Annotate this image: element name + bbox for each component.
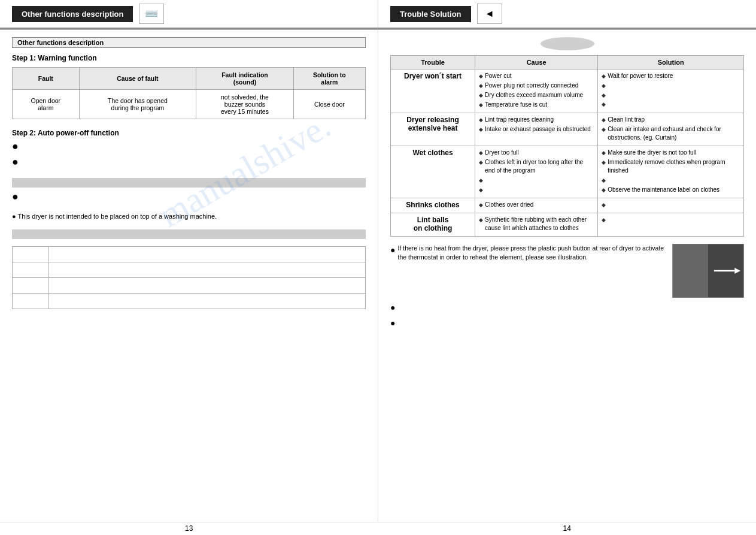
page-num-right: 14 [378,522,757,535]
cause-header: Cause [475,56,598,69]
arrow-icon: ◄ [477,4,502,24]
page-numbers: 13 14 [0,522,756,535]
trouble-row-3: Wet clothes ◆Dryer too full ◆Clothes lef… [391,146,744,198]
bottom-cell-right-1 [48,247,366,262]
solution-cell-5: ◆ [598,213,744,236]
cause-cell-3: ◆Dryer too full ◆Clothes left in dryer t… [475,146,598,198]
bullet-item-3: ● [12,192,366,202]
bottom-cell-left-1 [13,247,48,262]
step1-title: Step 1: Warning function [12,54,366,62]
page-header: Other functions description ⌨️ Trouble S… [0,0,756,29]
fault-table: Fault Cause of fault Fault indication(so… [12,67,366,119]
solution-cell-2: ◆Clean lint trap ◆Clean air intake and e… [598,113,744,146]
bullet-dot-2: ● [12,156,19,167]
washing-note: ● This dryer is not intended to be place… [12,213,366,220]
bottom-cell-left-3 [13,278,48,294]
trouble-table: Trouble Cause Solution Dryer won´t start… [390,55,744,237]
svg-rect-1 [673,244,708,297]
bullet-item-2: ● [12,158,366,167]
right-page: Trouble Cause Solution Dryer won´t start… [378,30,756,522]
cause-cell-5: ◆Synthetic fibre rubbing with each other… [475,213,598,236]
trouble-header: Trouble [391,56,475,69]
table-row: Open dooralarm The door has openedduring… [13,90,366,119]
bottom-cell-right-4 [48,294,366,309]
oval-shape [541,37,594,50]
bottom-table-row-2 [13,262,366,278]
solution-header: Solution [598,56,744,69]
cause-col-header: Cause of fault [79,68,196,90]
bottom-table-row-4 [13,294,366,309]
cause-cell-2: ◆Lint trap requires cleaning ◆Intake or … [475,113,598,146]
main-content: Other functions description Step 1: Warn… [0,30,756,522]
bottom-cell-right-2 [48,262,366,278]
bottom-cell-right-3 [48,278,366,294]
solution-cell-4: ◆ [598,198,744,213]
header-right: Trouble Solution ◄ [378,0,756,28]
bottom-table [12,246,366,309]
step2-title: Step 2: Auto power-off function [12,129,366,137]
section-label: Other functions description [12,37,366,48]
bottom-table-row-3 [13,278,366,294]
bottom-table-row-1 [13,247,366,262]
solution-cell-1: ◆Wait for power to restore ◆ ◆ ◆ [598,69,744,113]
trouble-cell-2: Dryer releasingextensive heat [391,113,475,146]
trouble-cell-4: Shrinks clothes [391,198,475,213]
bottom-cell-left-2 [13,262,48,278]
right-header-title: Trouble Solution [390,6,471,22]
heat-note-text: If there is no heat from the dryer, plea… [397,244,666,263]
solution-col-header: Solution toalarm [293,68,365,90]
trouble-row-2: Dryer releasingextensive heat ◆Lint trap… [391,113,744,146]
trouble-row-4: Shrinks clothes ◆Clothes over dried ◆ [391,198,744,213]
dryer-image [672,244,744,298]
right-bullet-1: ● [390,303,744,312]
trouble-row-1: Dryer won´t start ◆Power cut ◆Power plug… [391,69,744,113]
trouble-cell-1: Dryer won´t start [391,69,475,113]
keyboard-icon: ⌨️ [139,4,164,24]
cause-cell: The door has openedduring the program [79,90,196,119]
bottom-cell-left-4 [13,294,48,309]
page-num-left: 13 [0,522,378,535]
solution-cell: Close door [293,90,365,119]
bullet-item-1: ● [12,142,366,152]
header-left: Other functions description ⌨️ [0,0,378,28]
left-header-title: Other functions description [12,6,133,22]
bullet-dot-1: ● [12,141,19,152]
solution-cell-3: ◆Make sure the dryer is not too full ◆Im… [598,146,744,198]
gray-bar-1 [12,178,366,188]
trouble-row-5: Lint ballson clothing ◆Synthetic fibre r… [391,213,744,236]
trouble-cell-5: Lint ballson clothing [391,213,475,236]
fault-cell: Open dooralarm [13,90,80,119]
gray-bar-2 [12,229,366,239]
fault-col-header: Fault [13,68,80,90]
indication-cell: not solveded, thebuzzer soundsevery 15 m… [196,90,293,119]
indication-col-header: Fault indication(sound) [196,68,293,90]
cause-cell-4: ◆Clothes over dried [475,198,598,213]
cause-cell-1: ◆Power cut ◆Power plug not correctly con… [475,69,598,113]
bullet-dot-3: ● [12,191,19,202]
heat-note-section: ● If there is no heat from the dryer, pl… [390,244,744,298]
trouble-cell-3: Wet clothes [391,146,475,198]
left-page: Other functions description Step 1: Warn… [0,30,378,522]
right-bullet-2: ● [390,318,744,328]
